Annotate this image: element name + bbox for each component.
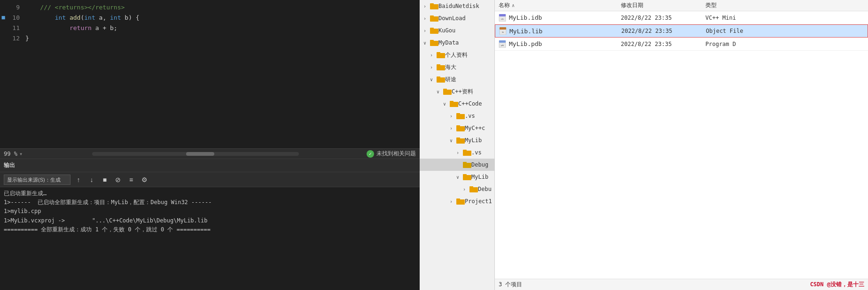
chevron-mydata: ∨ bbox=[423, 40, 430, 46]
file-name-cell-idb: idb MyLib.idb bbox=[495, 14, 617, 22]
folder-icon-download bbox=[430, 15, 438, 22]
col-header-name[interactable]: 名称 ∧ bbox=[495, 1, 617, 9]
tree-item-baidunetdisk[interactable]: › BaiduNetdisk bbox=[420, 0, 494, 12]
file-name-lib: MyLib.lib bbox=[509, 28, 542, 35]
file-icon-lib: lib bbox=[499, 27, 508, 35]
tree-label-mydata: MyData bbox=[438, 39, 459, 46]
chevron-mylib2: ∨ bbox=[456, 175, 463, 180]
output-header: 输出 bbox=[0, 159, 420, 172]
svg-rect-11 bbox=[437, 64, 440, 66]
tree-item-vs2[interactable]: › .vs bbox=[420, 146, 494, 159]
tree-item-project1[interactable]: › Project1 bbox=[420, 195, 494, 207]
tree-item-mycppc[interactable]: › MyC++c bbox=[420, 122, 494, 134]
editor-status-bar: 99 % ▾ ✓ 未找到相关问题 bbox=[0, 148, 420, 159]
toolbar-btn-5[interactable]: ≡ bbox=[126, 175, 136, 185]
tree-item-cppcode[interactable]: ∨ C++Code bbox=[420, 98, 494, 110]
file-type-pdb: Program D bbox=[702, 41, 868, 47]
chevron-haida: › bbox=[430, 65, 437, 70]
code-area: 9 /// <returns></returns> ■ 10 int add(i… bbox=[0, 0, 420, 148]
tree-item-cppziliao[interactable]: ∨ C++资料 bbox=[420, 85, 494, 98]
tree-item-debug[interactable]: Debug bbox=[420, 159, 494, 171]
svg-text:idb: idb bbox=[501, 18, 504, 20]
output-line-4: 1>MyLib.vcxproj -> "...\C++Code\MyLib\De… bbox=[4, 216, 416, 225]
line-content-12: } bbox=[25, 35, 29, 42]
file-date-lib: 2022/8/22 23:35 bbox=[618, 28, 702, 34]
file-item-mylib-pdb[interactable]: pdb MyLib.pdb 2022/8/22 23:35 Program D bbox=[495, 38, 868, 51]
svg-text:pdb: pdb bbox=[501, 44, 504, 46]
file-type-idb: VC++ Mini bbox=[702, 15, 868, 21]
tree-item-download[interactable]: › DownLoad bbox=[420, 12, 494, 24]
zoom-dropdown-arrow[interactable]: ▾ bbox=[19, 151, 23, 157]
tree-item-mylib[interactable]: ∨ MyLib bbox=[420, 134, 494, 146]
output-title: 输出 bbox=[4, 161, 15, 169]
tree-item-haida[interactable]: › 海大 bbox=[420, 61, 494, 73]
sort-arrow: ∧ bbox=[512, 3, 515, 8]
file-list-footer: 3 个项目 CSDN @没错，是十三 bbox=[495, 279, 868, 290]
tree-label-baidunetdisk: BaiduNetdisk bbox=[438, 3, 479, 9]
folder-icon-mydata bbox=[430, 39, 438, 46]
line-number-12: 12 bbox=[7, 35, 25, 42]
tree-item-kugou[interactable]: › KuGou bbox=[420, 24, 494, 37]
chevron-personal: › bbox=[430, 53, 437, 58]
horizontal-scrollbar-thumb[interactable] bbox=[186, 152, 214, 156]
chevron-baidunetdisk: › bbox=[423, 4, 430, 9]
folder-icon-mylib bbox=[456, 137, 465, 144]
code-line-11: 11 return a + b; bbox=[0, 23, 420, 33]
line-number-11: 11 bbox=[7, 24, 25, 31]
file-type-lib: Object File bbox=[702, 28, 868, 34]
svg-rect-13 bbox=[437, 76, 440, 78]
toolbar-btn-1[interactable]: ↑ bbox=[73, 175, 84, 185]
file-item-mylib-lib[interactable]: lib MyLib.lib 2022/8/22 23:35 Object Fil… bbox=[495, 24, 868, 38]
folder-icon-haida bbox=[437, 64, 445, 70]
file-icon-pdb: pdb bbox=[499, 40, 507, 48]
svg-rect-33 bbox=[456, 198, 460, 200]
col-header-type[interactable]: 类型 bbox=[702, 1, 868, 9]
svg-rect-29 bbox=[463, 174, 467, 176]
folder-icon-debug bbox=[463, 161, 471, 168]
tree-label-project1: Project1 bbox=[465, 198, 492, 205]
svg-rect-1 bbox=[430, 3, 434, 5]
toolbar-btn-6[interactable]: ⚙ bbox=[139, 175, 149, 185]
idb-file-icon-svg: idb bbox=[499, 14, 507, 22]
chevron-mycppc: › bbox=[450, 126, 456, 131]
file-item-mylib-idb[interactable]: idb MyLib.idb 2022/8/22 23:35 VC++ Mini bbox=[495, 11, 868, 24]
chevron-vs1: › bbox=[450, 114, 456, 119]
tree-label-haida: 海大 bbox=[445, 63, 456, 71]
tree-item-mylib2[interactable]: ∨ MyLib bbox=[420, 171, 494, 183]
file-date-pdb: 2022/8/22 23:35 bbox=[617, 41, 702, 47]
svg-rect-35 bbox=[499, 14, 506, 16]
tree-item-debu[interactable]: › Debu bbox=[420, 183, 494, 195]
toolbar-btn-2[interactable]: ↓ bbox=[86, 175, 97, 185]
output-content: 已启动重新生成… 1>------ 已启动全部重新生成：项目：MyLib，配置：… bbox=[0, 187, 420, 290]
file-list-header: 名称 ∧ 修改日期 类型 bbox=[495, 0, 868, 11]
output-source-select[interactable]: 显示输出来源(S)：生成 bbox=[4, 175, 70, 185]
file-name-idb: MyLib.idb bbox=[509, 14, 542, 21]
output-panel: 输出 显示输出来源(S)：生成 ↑ ↓ ■ ⊘ ≡ ⚙ 已启动重新生成… 1>-… bbox=[0, 159, 420, 290]
branding-label: CSDN @没错，是十三 bbox=[810, 281, 864, 289]
tree-item-yantu[interactable]: ∨ 研途 bbox=[420, 73, 494, 85]
col-type-label: 类型 bbox=[705, 2, 717, 8]
svg-rect-9 bbox=[437, 52, 440, 54]
file-icon-idb: idb bbox=[499, 14, 507, 22]
svg-rect-5 bbox=[430, 28, 434, 30]
toolbar-btn-3[interactable]: ■ bbox=[100, 175, 110, 185]
tree-item-personal[interactable]: › 个人资料 bbox=[420, 49, 494, 61]
check-text: 未找到相关问题 bbox=[376, 150, 416, 158]
col-header-date[interactable]: 修改日期 bbox=[617, 1, 702, 9]
file-name-cell-lib: lib MyLib.lib bbox=[495, 27, 618, 35]
tree-label-mycppc: MyC++c bbox=[465, 125, 485, 131]
file-name-cell-pdb: pdb MyLib.pdb bbox=[495, 40, 617, 48]
tree-label-mylib2: MyLib bbox=[471, 174, 488, 180]
tree-label-vs1: .vs bbox=[465, 113, 475, 119]
horizontal-scrollbar-track[interactable] bbox=[92, 152, 299, 156]
pdb-file-icon-svg: pdb bbox=[499, 40, 507, 48]
status-check-area: ✓ 未找到相关问题 bbox=[367, 150, 416, 158]
toolbar-btn-4[interactable]: ⊘ bbox=[113, 175, 123, 185]
folder-icon-mylib2 bbox=[463, 174, 471, 180]
tree-item-mydata[interactable]: ∨ MyData bbox=[420, 37, 494, 49]
line-content-11: return a + b; bbox=[25, 17, 117, 38]
file-panel: › BaiduNetdisk › DownLoad › KuGou ∨ MyDa… bbox=[420, 0, 868, 290]
tree-item-vs1[interactable]: › .vs bbox=[420, 110, 494, 122]
line-number-9: 9 bbox=[7, 4, 25, 11]
folder-icon-vs1 bbox=[456, 113, 465, 119]
